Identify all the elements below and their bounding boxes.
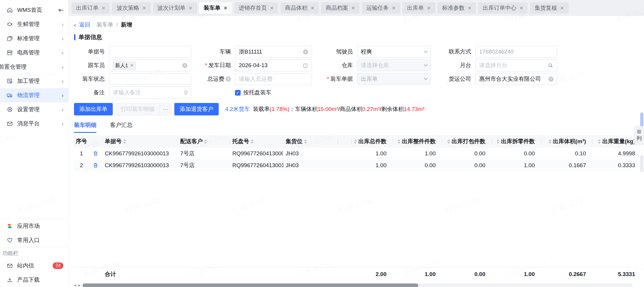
sidebar-item-app-market[interactable]: 应用市场 [0,219,68,233]
sort-icon[interactable] [251,139,254,144]
add-return-customer-button[interactable]: 添加退货客户 [174,103,219,115]
warehouse-select[interactable]: 请选择仓库 [357,59,431,71]
sidebar-item-standard[interactable]: 标准管理 › [0,31,68,46]
sidebar-item-wms-home[interactable]: WMS首页 ⇤ [0,3,68,17]
escort-field[interactable]: 新人1✕ ✕ [109,59,191,71]
load-status-field[interactable] [109,73,191,85]
chevron-down-icon [424,63,428,67]
sort-icon[interactable] [304,139,307,144]
col-packed-qty[interactable]: 出库打包件数 [442,135,492,148]
help-icon[interactable]: ? [226,76,231,82]
sidebar-item-product-download[interactable]: 产品下载 [0,273,68,287]
close-icon[interactable]: ✕ [468,5,471,11]
depart-date-picker[interactable]: 2026-04-13 [235,59,312,71]
sidebar-item-favorites[interactable]: 常用入口 [0,233,68,247]
phone-field[interactable]: 17680246240 [475,46,557,58]
sort-icon[interactable] [123,139,126,144]
sidebar-item-forward-warehouse[interactable]: 前置仓管理 › [0,60,68,74]
col-full-qty[interactable]: 出库整件件数 [393,135,442,148]
tab-inventory-home[interactable]: 进销存首页✕ [234,2,278,14]
vertical-scrollbar-track[interactable] [640,155,643,172]
back-link[interactable]: 返回 [79,21,90,29]
cell-pallet-no: RQ996772604130010 [230,162,283,169]
tab-transport-task[interactable]: 运输任务✕ [362,2,400,14]
col-volume[interactable]: 出库体积(m³) [541,135,593,148]
col-order-no[interactable]: 单据号 [102,135,178,148]
sort-icon[interactable] [204,139,207,144]
remark-field[interactable]: 请输入备注0 [109,87,191,99]
clear-icon[interactable]: ✕ [182,63,187,68]
load-doc-select[interactable]: 出库单 [357,73,431,85]
add-outbound-button[interactable]: 添加出库单 [74,103,113,115]
processing-icon [7,78,13,84]
tab-product-archive[interactable]: 商品档案✕ [321,2,359,14]
sort-icon[interactable] [447,139,450,144]
carrier-field[interactable]: 惠州市合大实业有限公司✕ [475,73,557,85]
scrollbar-track[interactable] [83,283,633,287]
sidebar-item-ecommerce[interactable]: 电商管理 › [0,46,68,60]
close-icon[interactable]: ✕ [270,5,274,11]
sort-icon[interactable] [397,139,400,144]
search-icon[interactable] [548,63,553,68]
sidebar-item-processing[interactable]: 加工管理 › [0,74,68,88]
freight-field[interactable]: 请输入总运费 [235,73,312,85]
sidebar-item-message-platform[interactable]: 消息平台 › [0,117,68,131]
close-icon[interactable]: ✕ [519,5,523,11]
driver-select[interactable]: 程爽 [357,46,431,58]
close-icon[interactable]: ✕ [102,5,105,11]
sidebar-item-inbox[interactable]: 站内信 24 [0,259,68,273]
tab-loading-order[interactable]: 装车单✕ [199,2,232,14]
close-icon[interactable]: ✕ [223,5,227,11]
checkbox-checked[interactable]: ✓ [235,90,241,96]
tab-outbound-doc[interactable]: 出库单✕ [402,2,435,14]
column-settings-flap[interactable]: ▥ 列 [634,126,644,145]
col-customer[interactable]: 配送客户 [178,135,230,148]
more-actions-button[interactable]: ··· [159,103,171,115]
tab-collection-recheck[interactable]: 集货复核✕ [530,2,568,14]
table-row: 1 CK996779926103000013 7号店 RQ99677260413… [74,148,633,159]
col-pallet-no[interactable]: 托盘号 [230,135,283,148]
clear-icon[interactable]: ✕ [548,77,553,82]
sidebar-item-settings[interactable]: 设置管理 › [0,102,68,117]
clear-icon[interactable]: ✕ [303,49,308,54]
col-staging-slot[interactable]: 集货位 [283,135,338,148]
sidebar-item-logistics[interactable]: 物流管理 › [0,88,68,102]
close-icon[interactable]: ✕ [392,5,396,11]
col-split-qty[interactable]: 出库拆零件数 [492,135,541,148]
tab-standard-params[interactable]: 标准参数✕ [438,2,476,14]
order-no-field[interactable] [109,46,191,58]
tab-wave-strategy[interactable]: 波次策略✕ [112,2,150,14]
close-icon[interactable]: ✕ [560,5,564,11]
close-icon[interactable]: ✕ [142,5,146,11]
close-icon[interactable]: ✕ [351,5,355,11]
scrollbar-thumb[interactable] [83,283,418,287]
delete-row-button[interactable] [89,162,102,168]
tab-product-volume[interactable]: 商品体积✕ [281,2,319,14]
sort-icon[interactable] [598,139,601,144]
close-icon[interactable]: ✕ [189,5,192,11]
collapse-sidebar-icon[interactable]: ⇤ [58,7,64,14]
col-total-qty[interactable]: 出库总件数 [352,135,393,148]
cell-packed-qty: 0.00 [442,150,492,157]
sort-icon[interactable] [497,139,500,144]
tab-loading-detail[interactable]: 装车明细 [74,121,96,133]
delete-row-button[interactable] [89,151,102,157]
sort-icon[interactable] [548,139,551,144]
breadcrumb-root[interactable]: 装车单 [96,21,113,29]
tab-outbound-order-center[interactable]: 出库订单中心✕ [478,2,528,14]
back-chevron-icon[interactable]: ‹ [74,21,76,28]
tab-wave-plan[interactable]: 波次计划单✕ [153,2,197,14]
sidebar-item-fresh[interactable]: 生鲜管理 › [0,17,68,31]
print-detail-button[interactable]: 打印装车明细 [116,103,159,115]
vehicle-field[interactable]: 浙B11111✕ [235,46,312,58]
close-icon[interactable]: ✕ [310,5,314,11]
close-icon[interactable]: ✕ [427,5,431,11]
tab-customer-summary[interactable]: 客户汇总 [110,121,133,133]
scroll-left-icon[interactable]: ◂ [74,283,76,287]
tag-close-icon[interactable]: ✕ [130,63,133,68]
dock-field[interactable]: 请选择月台 [475,59,557,71]
escort-tag: 新人1✕ [113,61,136,70]
scroll-right-icon[interactable]: ▸ [78,283,81,287]
sort-icon[interactable] [354,139,357,144]
tab-outbound-orders[interactable]: 出库订单✕ [72,2,110,14]
